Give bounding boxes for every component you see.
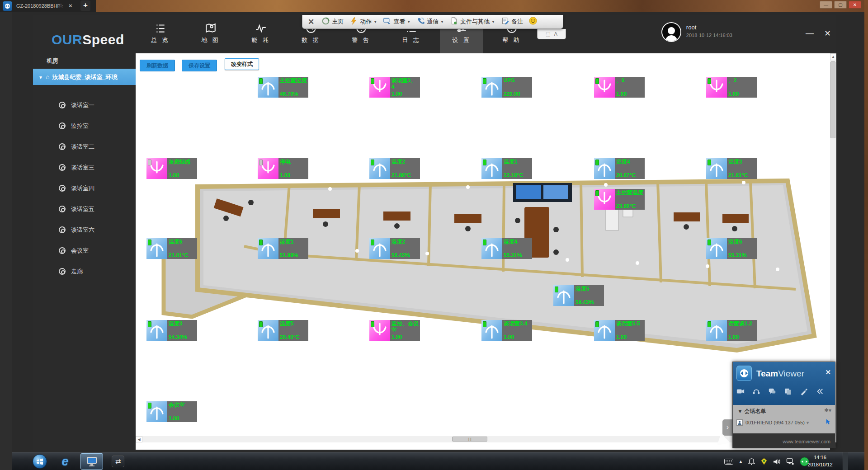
file-transfer-icon[interactable] xyxy=(784,387,792,397)
sensor-10[interactable]: 温度3 21.61°C xyxy=(706,158,757,179)
chat-icon[interactable] xyxy=(768,387,776,397)
toolbar-comm[interactable]: 通信▼ xyxy=(417,17,444,26)
sensor-value: 21.01°C xyxy=(169,252,196,258)
sensor-22[interactable]: 谈话室5.5 1.00 xyxy=(594,320,645,341)
teamviewer-link[interactable]: www.teamviewer.com xyxy=(783,439,830,444)
toolbar-actions[interactable]: 动作▼ xyxy=(350,17,377,26)
target-icon xyxy=(59,206,66,212)
sensor-value: 1.00 xyxy=(504,334,531,340)
sensor-5[interactable]: 走廊烟感 1.00 xyxy=(146,158,197,179)
target-icon xyxy=(59,268,66,275)
remote-cursor-icon[interactable] xyxy=(825,418,831,427)
audio-icon[interactable] xyxy=(752,387,760,397)
sensor-20[interactable]: 监控、会议室 1.00 xyxy=(369,320,420,341)
sensor-2[interactable]: UPS 220.00 xyxy=(481,77,532,98)
session-list-header[interactable]: ▼ 会话名单 xyxy=(737,408,766,415)
tab-energy[interactable]: 能 耗 xyxy=(239,15,283,53)
sensor-18[interactable]: 湿度3 54.34% xyxy=(146,320,197,341)
toolbar-notes[interactable]: 备注 xyxy=(501,17,523,26)
panel-close-icon[interactable]: ✕ xyxy=(825,368,831,376)
start-button[interactable] xyxy=(30,453,50,470)
close-tab-icon[interactable]: × xyxy=(69,2,72,9)
arrow-up-icon xyxy=(706,158,727,179)
sidebar-item-room-6[interactable]: 谈话室六 xyxy=(33,223,136,237)
sensor-3[interactable]: 、6 1.00 xyxy=(594,77,645,98)
show-desktop-button[interactable] xyxy=(843,452,848,470)
user-name: root xyxy=(686,24,732,31)
volume-icon[interactable] xyxy=(773,458,781,465)
teamviewer-taskbar-icon[interactable]: ⇄ xyxy=(108,453,128,470)
sidebar-item-meeting-room[interactable]: 会议室 xyxy=(33,244,136,258)
video-icon[interactable] xyxy=(736,387,745,397)
sidebar-item-monitor-room[interactable]: 监控室 xyxy=(33,119,136,133)
new-tab-button[interactable]: + xyxy=(80,0,90,11)
collapse-icon[interactable] xyxy=(816,387,824,397)
toolbar-mini-panel[interactable]: ⬚ᐱ xyxy=(537,29,566,39)
status-indicator xyxy=(259,78,263,84)
sensor-label-box: 、6 1.00 xyxy=(615,77,645,98)
scroll-up-icon[interactable]: ▲ xyxy=(830,53,836,60)
sidebar-item-room-1[interactable]: 谈话室一 xyxy=(33,99,136,112)
sensor-19[interactable]: 温度5 20.40°C xyxy=(258,320,308,341)
sensor-8[interactable]: 温度1 22.18°C xyxy=(481,158,532,179)
sidebar-item-root[interactable]: ▼⌂汝城县纪委_谈话室_环境 xyxy=(33,69,136,85)
sidebar-item-room-5[interactable]: 谈话室五 xyxy=(33,202,136,216)
session-entry[interactable]: 001FRIEND (994 137 055)▾ xyxy=(736,419,809,426)
sensor-0[interactable]: 主控室湿度 46.70% xyxy=(258,77,308,98)
app-close-button[interactable]: ✕ xyxy=(824,28,831,38)
sensor-7[interactable]: 温度2 21.86°C xyxy=(369,158,420,179)
sensor-16[interactable]: 湿度6 55.31% xyxy=(706,238,757,259)
sensor-value: 1.00 xyxy=(280,172,307,179)
vertical-scroll-thumb[interactable] xyxy=(830,61,835,138)
tab-map[interactable]: 地 图 xyxy=(189,15,232,53)
sensor-14[interactable]: 湿度2 56.42% xyxy=(369,238,420,259)
host-close-button[interactable]: ✕ xyxy=(849,1,861,9)
user-block[interactable]: root 2018-10-12 14:16:03 xyxy=(686,22,732,45)
sidebar-item-room-4[interactable]: 谈话室四 xyxy=(33,182,136,195)
toolbar-view[interactable]: 查看▼ xyxy=(383,17,410,26)
sensor-24[interactable]: 会议室 1.00 xyxy=(146,401,197,422)
sensor-4[interactable]: 、2 1.00 xyxy=(706,77,757,98)
chevron-up-icon: ᐱ xyxy=(554,31,557,37)
sensor-1[interactable]: 谈话室3、4 1.00 xyxy=(369,77,420,98)
tools-icon[interactable] xyxy=(800,387,808,397)
status-indicator xyxy=(371,240,374,245)
host-minimize-button[interactable]: — xyxy=(820,1,832,9)
tab-overview[interactable]: 总 览 xyxy=(139,15,182,53)
sensor-15[interactable]: 湿度4 55.31% xyxy=(481,238,532,259)
panel-collapse-handle[interactable]: › xyxy=(722,419,733,436)
arrow-up-icon xyxy=(369,238,390,259)
sensor-11[interactable]: 主控室温度 23.80°C xyxy=(594,189,645,210)
app-minimize-button[interactable]: — xyxy=(806,28,814,38)
network-icon[interactable] xyxy=(786,458,794,465)
notification-bell-icon[interactable] xyxy=(748,458,755,465)
taskbar-clock[interactable]: 14:16 2018/10/12 xyxy=(801,454,840,468)
sensor-12[interactable]: 温度6 21.01°C xyxy=(146,238,197,259)
sensor-label-box: 停电 1.00 xyxy=(278,158,308,179)
sensor-label-box: 温度5 20.40°C xyxy=(278,320,308,341)
sidebar-item-corridor[interactable]: 走廊 xyxy=(33,265,136,278)
sensor-9[interactable]: 温度4 20.67°C xyxy=(594,158,645,179)
sensor-label: 主控室湿度 xyxy=(280,77,307,84)
sensor-23[interactable]: 话室谈1.2 1.00 xyxy=(706,320,757,341)
toolbar-close-icon[interactable]: ✕ xyxy=(308,17,314,27)
toolbar-home[interactable]: 主页 xyxy=(322,17,344,26)
sensor-13[interactable]: 湿度1 51.99% xyxy=(258,238,308,259)
smiley-icon[interactable] xyxy=(529,17,537,27)
monitoring-app-taskbar-icon[interactable] xyxy=(80,453,103,470)
toolbar-files[interactable]: 文件与其他▼ xyxy=(450,17,495,26)
sensor-21[interactable]: 谈话室3.4 1.00 xyxy=(481,320,532,341)
gear-icon[interactable]: ✱▾ xyxy=(824,407,831,414)
sidebar-item-room-3[interactable]: 谈话室三 xyxy=(33,161,136,174)
session-tab-title[interactable]: GZ-20180928BBHF xyxy=(16,3,60,9)
internet-explorer-icon[interactable]: e xyxy=(56,453,74,470)
sensor-6[interactable]: 停电 1.00 xyxy=(258,158,308,179)
sensor-17[interactable]: 湿度5 59.43% xyxy=(553,285,604,306)
sidebar-item-room-2[interactable]: 谈话室二 xyxy=(33,140,136,154)
sensor-label-box: 会议室 1.00 xyxy=(167,401,197,422)
pin-tab-icon[interactable]: ☆ xyxy=(58,2,64,9)
security-shield-icon[interactable] xyxy=(760,458,768,465)
host-maximize-button[interactable]: ▢ xyxy=(834,1,847,9)
tray-expand-icon[interactable]: ▲ xyxy=(739,459,743,464)
keyboard-icon[interactable] xyxy=(724,459,733,465)
